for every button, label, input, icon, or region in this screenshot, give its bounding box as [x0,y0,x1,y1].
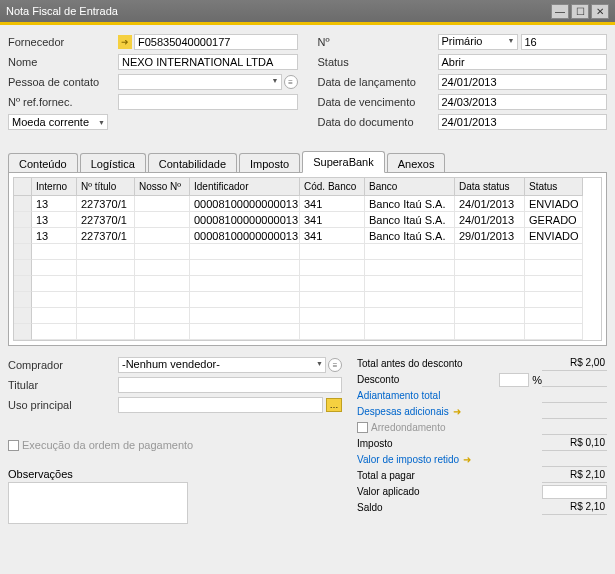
tab-superabank[interactable]: SuperaBank [302,151,385,173]
arredond-value [542,421,607,435]
desconto-pct-field[interactable] [499,373,529,387]
cell-titulo: 227370/1 [77,228,135,244]
pct-label: % [532,374,542,386]
table-row[interactable]: 13227370/100008100000000013341Banco Itaú… [14,228,601,244]
imposto-label: Imposto [357,438,542,449]
adiantamento-value [542,389,607,403]
cell-nosso [135,212,190,228]
cell-cod: 341 [300,212,365,228]
titular-field[interactable] [118,377,342,393]
col-identificador[interactable]: Identificador [190,178,300,196]
valor-ret-link[interactable]: Valor de imposto retido➜ [357,454,542,466]
col-nosso[interactable]: Nosso Nº [135,178,190,196]
table-row[interactable]: 13227370/100008100000000013341Banco Itaú… [14,212,601,228]
execucao-checkbox[interactable] [8,440,19,451]
col-titulo[interactable]: Nº título [77,178,135,196]
cell-nosso [135,228,190,244]
uso-browse-button[interactable]: … [326,398,342,412]
maximize-icon: ☐ [576,6,585,17]
refforn-label: Nº ref.fornec. [8,96,118,108]
tab-anexos[interactable]: Anexos [387,153,446,173]
documento-field[interactable]: 24/01/2013 [438,114,608,130]
comprador-select[interactable]: -Nenhum vendedor- [118,357,326,373]
tab-logística[interactable]: Logística [80,153,146,173]
vencimento-label: Data de vencimento [318,96,438,108]
desconto-value [542,373,607,387]
total-antes-value: R$ 2,00 [542,357,607,371]
nome-label: Nome [8,56,118,68]
row-header[interactable] [14,228,32,244]
grid-header: Interno Nº título Nosso Nº Identificador… [14,178,601,196]
saldo-label: Saldo [357,502,542,513]
col-data-status[interactable]: Data status [455,178,525,196]
valor-ret-value [542,453,607,467]
grid: Interno Nº título Nosso Nº Identificador… [13,177,602,341]
valor-aplicado-label: Valor aplicado [357,486,542,497]
arredond-label: Arredondamento [371,422,542,433]
total-pagar-value: R$ 2,10 [542,469,607,483]
close-button[interactable]: ✕ [591,4,609,19]
status-field[interactable]: Abrir [438,54,608,70]
adiantamento-link[interactable]: Adiantamento total [357,390,542,401]
cell-data: 24/01/2013 [455,196,525,212]
row-header[interactable] [14,196,32,212]
moeda-select[interactable]: Moeda corrente [8,114,108,130]
pessoa-select[interactable] [118,74,282,90]
cell-status: GERADO [525,212,583,228]
uso-field[interactable] [118,397,323,413]
cell-nosso [135,196,190,212]
lancamento-label: Data de lançamento [318,76,438,88]
desconto-label: Desconto [357,374,496,385]
saldo-value: R$ 2,10 [542,501,607,515]
cell-interno: 13 [32,212,77,228]
no-field[interactable]: 16 [521,34,608,50]
table-row-empty [14,308,601,324]
valor-aplicado-field[interactable] [542,485,607,499]
obs-textarea[interactable] [8,482,188,524]
col-status[interactable]: Status [525,178,583,196]
col-interno[interactable]: Interno [32,178,77,196]
tab-imposto[interactable]: Imposto [239,153,300,173]
fornecedor-label: Fornecedor [8,36,118,48]
minimize-button[interactable]: — [551,4,569,19]
no-type-select[interactable]: Primário [438,34,518,50]
tab-contabilidade[interactable]: Contabilidade [148,153,237,173]
execucao-label: Execução da ordem de pagamento [22,439,193,451]
minimize-icon: — [555,6,565,17]
col-cod-banco[interactable]: Cód. Banco [300,178,365,196]
cell-cod: 341 [300,228,365,244]
despesas-link[interactable]: Despesas adicionais➜ [357,406,542,418]
nome-value: NEXO INTERNATIONAL LTDA [122,56,273,68]
col-banco[interactable]: Banco [365,178,455,196]
table-row-empty [14,276,601,292]
status-label: Status [318,56,438,68]
moeda-label: Moeda corrente [12,116,89,128]
arredond-checkbox[interactable] [357,422,368,433]
maximize-button[interactable]: ☐ [571,4,589,19]
arrow-icon: ➜ [461,454,473,466]
row-header[interactable] [14,212,32,228]
lancamento-field[interactable]: 24/01/2013 [438,74,608,90]
fornecedor-field[interactable]: F05835040000177 [134,34,298,50]
comprador-info-icon[interactable]: ≡ [328,358,342,372]
cell-interno: 13 [32,228,77,244]
nome-field[interactable]: NEXO INTERNATIONAL LTDA [118,54,298,70]
table-row-empty [14,292,601,308]
table-row-empty [14,324,601,340]
cell-titulo: 227370/1 [77,212,135,228]
fornecedor-lookup-icon[interactable]: ➜ [118,35,132,49]
pessoa-info-icon[interactable]: ≡ [284,75,298,89]
cell-status: ENVIADO [525,196,583,212]
titular-label: Titular [8,379,118,391]
window-title: Nota Fiscal de Entrada [6,5,549,17]
tab-conteúdo[interactable]: Conteúdo [8,153,78,173]
refforn-field[interactable] [118,94,298,110]
cell-ident: 00008100000000013 [190,228,300,244]
pessoa-label: Pessoa de contato [8,76,118,88]
cell-titulo: 227370/1 [77,196,135,212]
cell-ident: 00008100000000013 [190,196,300,212]
vencimento-field[interactable]: 24/03/2013 [438,94,608,110]
cell-interno: 13 [32,196,77,212]
table-row-empty [14,244,601,260]
table-row[interactable]: 13227370/100008100000000013341Banco Itaú… [14,196,601,212]
